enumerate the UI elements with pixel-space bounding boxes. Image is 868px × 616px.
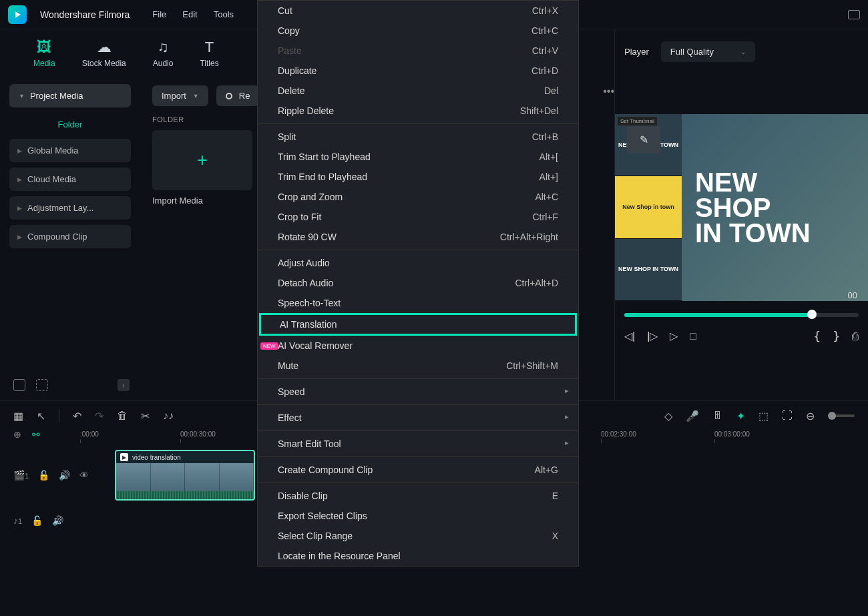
sidebar-item-adjustment-layer[interactable]: ▶Adjustment Lay...	[9, 196, 131, 220]
context-menu-item[interactable]: Detach AudioCtrl+Alt+D	[258, 273, 578, 293]
set-thumbnail-label[interactable]: Set Thumbnail	[618, 117, 657, 125]
record-icon	[226, 93, 232, 99]
context-menu-item[interactable]: Disable ClipE	[258, 486, 578, 506]
media-icon: 🖼	[37, 39, 51, 56]
chevron-right-icon: ▶	[17, 176, 22, 183]
tab-stock-media[interactable]: ☁ Stock Media	[82, 39, 126, 68]
ai-tool-icon[interactable]: ✦	[736, 410, 745, 422]
context-menu-item[interactable]: Crop and ZoomAlt+C	[258, 187, 578, 207]
titles-icon: T	[205, 39, 214, 56]
context-menu-item[interactable]: Adjust Audio	[258, 253, 578, 273]
chevron-right-icon: ▶	[17, 234, 22, 240]
context-menu: CutCtrl+XCopyCtrl+CPasteCtrl+VDuplicateC…	[257, 0, 579, 567]
context-menu-item[interactable]: Export Selected Clips	[258, 506, 578, 526]
mark-out-button[interactable]: }	[833, 329, 840, 343]
edit-icon[interactable]: ✎	[627, 126, 660, 153]
delete-button[interactable]: 🗑	[117, 410, 128, 422]
undo-button[interactable]: ↶	[73, 410, 81, 422]
app-name: Wondershare Filmora	[40, 9, 130, 20]
more-icon[interactable]: •••	[603, 85, 614, 97]
render-icon[interactable]: ⬚	[758, 410, 769, 422]
timeline-clip[interactable]: ▶ video translation	[115, 450, 255, 501]
import-media-tile[interactable]: +	[152, 130, 252, 190]
context-menu-item[interactable]: AI Translation	[259, 313, 577, 336]
context-menu-item[interactable]: Smart Edit Tool	[258, 434, 578, 454]
sidebar-item-cloud-media[interactable]: ▶Cloud Media	[9, 168, 131, 191]
link-icon[interactable]: ⚯	[32, 429, 40, 440]
visibility-icon[interactable]: 👁	[79, 470, 89, 481]
mark-in-button[interactable]: {	[813, 329, 821, 343]
lock-icon[interactable]: 🔓	[38, 470, 49, 481]
folder-icon[interactable]	[36, 379, 48, 391]
quality-dropdown[interactable]: Full Quality ⌄	[661, 41, 755, 62]
next-frame-button[interactable]: |▷	[647, 330, 658, 342]
player-label: Player	[624, 47, 649, 57]
context-menu-item[interactable]: CutCtrl+X	[258, 1, 578, 21]
player-scrubber[interactable]: 00	[624, 313, 859, 317]
marker-icon[interactable]: ◇	[664, 410, 672, 422]
chevron-right-icon: ▶	[17, 205, 22, 212]
tab-titles[interactable]: T Titles	[200, 39, 218, 68]
collapse-sidebar-button[interactable]: ‹	[118, 379, 130, 391]
add-track-icon[interactable]: ⊕	[13, 429, 21, 440]
context-menu-item[interactable]: Speech-to-Text	[258, 293, 578, 313]
lock-icon[interactable]: 🔓	[31, 515, 43, 526]
context-menu-item[interactable]: Create Compound ClipAlt+G	[258, 460, 578, 480]
time-end: 00	[848, 290, 857, 300]
mute-icon[interactable]: 🔊	[59, 470, 70, 481]
audio-track-icon[interactable]: ♪1	[13, 515, 22, 526]
mute-icon[interactable]: 🔊	[52, 515, 63, 526]
grid-tool-icon[interactable]: ▦	[13, 410, 23, 422]
stock-icon: ☁	[97, 39, 112, 56]
context-menu-item[interactable]: Trim End to PlayheadAlt+]	[258, 167, 578, 187]
audio-mixer-icon[interactable]: 🎚	[712, 410, 723, 422]
folder-heading: Folder	[9, 114, 131, 139]
context-menu-item[interactable]: Ripple DeleteShift+Del	[258, 101, 578, 121]
context-menu-item[interactable]: AI Vocal RemoverNEW	[258, 336, 578, 356]
prev-frame-button[interactable]: ◁|	[624, 330, 635, 342]
tab-media[interactable]: 🖼 Media	[33, 39, 55, 68]
sidebar-item-compound-clip[interactable]: ▶Compound Clip	[9, 225, 131, 248]
context-menu-item[interactable]: MuteCtrl+Shift+M	[258, 356, 578, 376]
context-menu-item[interactable]: CopyCtrl+C	[258, 21, 578, 41]
mic-icon[interactable]: 🎤	[686, 410, 699, 422]
split-tool-icon[interactable]: ✂	[141, 410, 150, 422]
scrubber-handle[interactable]	[807, 310, 817, 319]
new-folder-icon[interactable]	[13, 379, 25, 391]
project-media-button[interactable]: ▼ Project Media	[9, 84, 131, 107]
context-menu-item[interactable]: Crop to FitCtrl+F	[258, 207, 578, 227]
context-menu-item[interactable]: Effect	[258, 408, 578, 428]
context-menu-item[interactable]: Select Clip RangeX	[258, 526, 578, 546]
play-button[interactable]: ▷	[670, 330, 678, 342]
record-button[interactable]: Re	[216, 85, 260, 106]
zoom-out-icon[interactable]: ⊖	[806, 410, 815, 422]
chevron-down-icon: ▼	[19, 93, 25, 99]
stop-button[interactable]: □	[690, 330, 696, 342]
context-menu-item[interactable]: SplitCtrl+B	[258, 127, 578, 147]
menu-edit[interactable]: Edit	[182, 9, 197, 19]
context-menu-item: PasteCtrl+V	[258, 41, 578, 61]
context-menu-item[interactable]: Trim Start to PlayheadAlt+[	[258, 147, 578, 167]
sidebar-item-global-media[interactable]: ▶Global Media	[9, 139, 131, 162]
snapshot-button[interactable]: ⎙	[852, 330, 859, 342]
menu-bar: File Edit Tools	[152, 9, 234, 19]
app-logo	[8, 5, 27, 24]
menu-file[interactable]: File	[152, 9, 166, 19]
context-menu-item[interactable]: Speed	[258, 382, 578, 402]
import-button[interactable]: Import ▼	[152, 85, 208, 106]
fit-icon[interactable]: ⛶	[782, 410, 793, 422]
music-tool-icon[interactable]: ♪♪	[163, 410, 174, 422]
zoom-slider[interactable]	[828, 414, 855, 417]
chevron-right-icon: ▶	[17, 147, 22, 154]
context-menu-item[interactable]: DuplicateCtrl+D	[258, 61, 578, 81]
tab-audio[interactable]: ♫ Audio	[153, 39, 174, 68]
context-menu-item[interactable]: Locate in the Resource Panel	[258, 546, 578, 566]
menu-tools[interactable]: Tools	[214, 9, 234, 19]
redo-button[interactable]: ↷	[95, 410, 103, 422]
video-preview[interactable]: Set Thumbnail ✎ NEW SHOP IN TOWN New Sho…	[615, 114, 868, 301]
video-track-icon[interactable]: 🎬1	[13, 470, 29, 481]
context-menu-item[interactable]: Rotate 90 CWCtrl+Alt+Right	[258, 227, 578, 247]
window-layout-icon[interactable]	[848, 10, 860, 19]
context-menu-item[interactable]: DeleteDel	[258, 81, 578, 101]
cursor-tool-icon[interactable]: ↖	[37, 410, 45, 422]
